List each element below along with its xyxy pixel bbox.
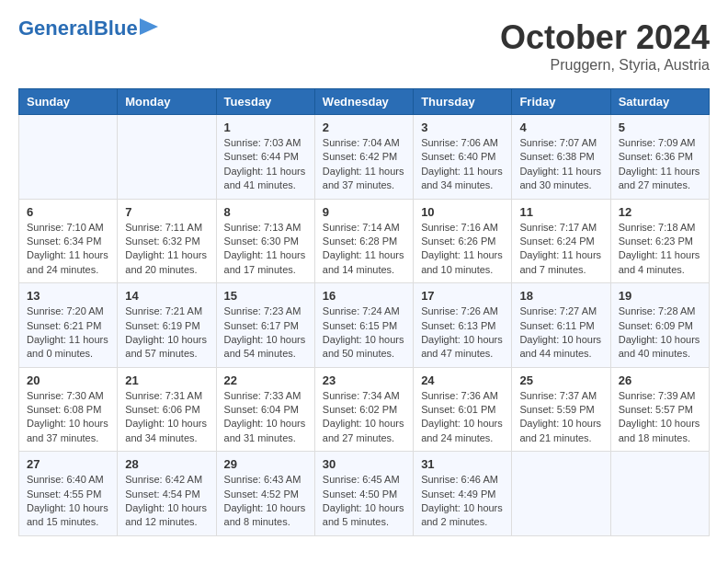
day-number: 3 (421, 121, 504, 134)
day-info: Sunrise: 7:37 AM Sunset: 5:59 PM Dayligh… (519, 389, 602, 446)
weekday-header: Wednesday (314, 89, 413, 115)
day-number: 14 (125, 289, 208, 303)
calendar-cell: 22Sunrise: 7:33 AM Sunset: 6:04 PM Dayli… (216, 367, 314, 452)
calendar-cell: 30Sunrise: 6:45 AM Sunset: 4:50 PM Dayli… (314, 452, 413, 536)
day-number: 27 (27, 457, 109, 471)
weekday-header: Monday (118, 89, 216, 115)
calendar-cell: 17Sunrise: 7:26 AM Sunset: 6:13 PM Dayli… (414, 283, 512, 368)
calendar-cell: 19Sunrise: 7:28 AM Sunset: 6:09 PM Dayli… (610, 283, 709, 368)
title-block: October 2024 Pruggern, Styria, Austria (500, 18, 710, 74)
calendar-cell: 24Sunrise: 7:36 AM Sunset: 6:01 PM Dayli… (414, 367, 512, 452)
calendar-week-row: 27Sunrise: 6:40 AM Sunset: 4:55 PM Dayli… (19, 452, 710, 536)
day-info: Sunrise: 7:16 AM Sunset: 6:26 PM Dayligh… (421, 221, 504, 278)
weekday-header: Saturday (610, 89, 709, 115)
calendar-cell: 10Sunrise: 7:16 AM Sunset: 6:26 PM Dayli… (414, 199, 512, 283)
day-info: Sunrise: 7:09 AM Sunset: 6:36 PM Dayligh… (619, 136, 701, 193)
day-number: 9 (323, 205, 405, 219)
day-info: Sunrise: 7:27 AM Sunset: 6:11 PM Dayligh… (519, 304, 602, 362)
day-number: 1 (224, 121, 307, 134)
calendar-cell: 12Sunrise: 7:18 AM Sunset: 6:23 PM Dayli… (610, 199, 709, 283)
calendar-cell: 13Sunrise: 7:20 AM Sunset: 6:21 PM Dayli… (19, 283, 118, 368)
calendar-cell (118, 115, 216, 200)
weekday-header: Friday (512, 89, 610, 115)
weekday-header: Thursday (414, 89, 512, 115)
calendar-cell: 8Sunrise: 7:13 AM Sunset: 6:30 PM Daylig… (216, 199, 314, 283)
calendar-cell: 18Sunrise: 7:27 AM Sunset: 6:11 PM Dayli… (512, 283, 610, 368)
day-number: 11 (519, 205, 602, 219)
day-info: Sunrise: 7:14 AM Sunset: 6:28 PM Dayligh… (323, 221, 405, 278)
day-info: Sunrise: 7:04 AM Sunset: 6:42 PM Dayligh… (323, 136, 405, 193)
day-info: Sunrise: 7:07 AM Sunset: 6:38 PM Dayligh… (519, 136, 602, 193)
day-number: 20 (27, 373, 109, 387)
day-number: 16 (323, 289, 405, 303)
day-number: 31 (421, 457, 504, 471)
calendar-cell: 9Sunrise: 7:14 AM Sunset: 6:28 PM Daylig… (314, 199, 413, 283)
calendar-week-row: 13Sunrise: 7:20 AM Sunset: 6:21 PM Dayli… (19, 283, 710, 368)
calendar-cell: 15Sunrise: 7:23 AM Sunset: 6:17 PM Dayli… (216, 283, 314, 368)
page-header: GeneralBlue October 2024 Pruggern, Styri… (18, 18, 710, 74)
day-number: 22 (224, 373, 307, 387)
day-info: Sunrise: 7:31 AM Sunset: 6:06 PM Dayligh… (125, 389, 208, 446)
day-info: Sunrise: 7:26 AM Sunset: 6:13 PM Dayligh… (421, 304, 504, 362)
day-info: Sunrise: 7:13 AM Sunset: 6:30 PM Dayligh… (224, 221, 307, 278)
logo-arrow-icon (140, 18, 158, 35)
calendar-cell (610, 452, 709, 536)
day-info: Sunrise: 6:43 AM Sunset: 4:52 PM Dayligh… (224, 473, 307, 530)
day-number: 23 (323, 373, 405, 387)
calendar-week-row: 6Sunrise: 7:10 AM Sunset: 6:34 PM Daylig… (19, 199, 710, 283)
day-info: Sunrise: 7:30 AM Sunset: 6:08 PM Dayligh… (27, 389, 109, 446)
day-number: 28 (125, 457, 208, 471)
day-number: 30 (323, 457, 405, 471)
day-info: Sunrise: 7:10 AM Sunset: 6:34 PM Dayligh… (27, 221, 109, 278)
calendar-cell: 1Sunrise: 7:03 AM Sunset: 6:44 PM Daylig… (216, 115, 314, 200)
day-info: Sunrise: 7:18 AM Sunset: 6:23 PM Dayligh… (619, 221, 701, 278)
calendar-cell: 16Sunrise: 7:24 AM Sunset: 6:15 PM Dayli… (314, 283, 413, 368)
calendar-cell: 6Sunrise: 7:10 AM Sunset: 6:34 PM Daylig… (19, 199, 118, 283)
calendar-cell: 2Sunrise: 7:04 AM Sunset: 6:42 PM Daylig… (314, 115, 413, 200)
day-info: Sunrise: 6:40 AM Sunset: 4:55 PM Dayligh… (27, 473, 109, 530)
calendar-cell: 25Sunrise: 7:37 AM Sunset: 5:59 PM Dayli… (512, 367, 610, 452)
day-number: 6 (27, 205, 109, 219)
calendar-header-row: SundayMondayTuesdayWednesdayThursdayFrid… (19, 89, 710, 115)
day-info: Sunrise: 6:42 AM Sunset: 4:54 PM Dayligh… (125, 473, 208, 530)
day-number: 15 (224, 289, 307, 303)
calendar-cell: 11Sunrise: 7:17 AM Sunset: 6:24 PM Dayli… (512, 199, 610, 283)
weekday-header: Tuesday (216, 89, 314, 115)
day-info: Sunrise: 7:39 AM Sunset: 5:57 PM Dayligh… (619, 389, 701, 446)
day-info: Sunrise: 7:20 AM Sunset: 6:21 PM Dayligh… (27, 304, 109, 362)
day-number: 18 (519, 289, 602, 303)
day-number: 24 (421, 373, 504, 387)
day-info: Sunrise: 7:11 AM Sunset: 6:32 PM Dayligh… (125, 221, 208, 278)
day-info: Sunrise: 7:33 AM Sunset: 6:04 PM Dayligh… (224, 389, 307, 446)
calendar-cell: 23Sunrise: 7:34 AM Sunset: 6:02 PM Dayli… (314, 367, 413, 452)
calendar-cell: 31Sunrise: 6:46 AM Sunset: 4:49 PM Dayli… (414, 452, 512, 536)
day-number: 29 (224, 457, 307, 471)
day-number: 13 (27, 289, 109, 303)
calendar-week-row: 1Sunrise: 7:03 AM Sunset: 6:44 PM Daylig… (19, 115, 710, 200)
logo-text: GeneralBlue (18, 18, 138, 39)
day-number: 7 (125, 205, 208, 219)
day-number: 25 (519, 373, 602, 387)
calendar-cell: 27Sunrise: 6:40 AM Sunset: 4:55 PM Dayli… (19, 452, 118, 536)
calendar-cell: 28Sunrise: 6:42 AM Sunset: 4:54 PM Dayli… (118, 452, 216, 536)
calendar-cell (512, 452, 610, 536)
svg-marker-0 (140, 18, 158, 35)
calendar-cell: 26Sunrise: 7:39 AM Sunset: 5:57 PM Dayli… (610, 367, 709, 452)
calendar-cell: 21Sunrise: 7:31 AM Sunset: 6:06 PM Dayli… (118, 367, 216, 452)
month-title: October 2024 (500, 18, 710, 57)
calendar-week-row: 20Sunrise: 7:30 AM Sunset: 6:08 PM Dayli… (19, 367, 710, 452)
day-number: 26 (619, 373, 701, 387)
day-info: Sunrise: 7:24 AM Sunset: 6:15 PM Dayligh… (323, 304, 405, 362)
day-info: Sunrise: 7:36 AM Sunset: 6:01 PM Dayligh… (421, 389, 504, 446)
day-number: 10 (421, 205, 504, 219)
day-number: 21 (125, 373, 208, 387)
day-number: 8 (224, 205, 307, 219)
calendar-cell (19, 115, 118, 200)
day-info: Sunrise: 7:28 AM Sunset: 6:09 PM Dayligh… (619, 304, 701, 362)
calendar-cell: 4Sunrise: 7:07 AM Sunset: 6:38 PM Daylig… (512, 115, 610, 200)
day-info: Sunrise: 7:03 AM Sunset: 6:44 PM Dayligh… (224, 136, 307, 193)
day-info: Sunrise: 7:23 AM Sunset: 6:17 PM Dayligh… (224, 304, 307, 362)
calendar-cell: 7Sunrise: 7:11 AM Sunset: 6:32 PM Daylig… (118, 199, 216, 283)
day-info: Sunrise: 7:17 AM Sunset: 6:24 PM Dayligh… (519, 221, 602, 278)
logo: GeneralBlue (18, 18, 158, 39)
